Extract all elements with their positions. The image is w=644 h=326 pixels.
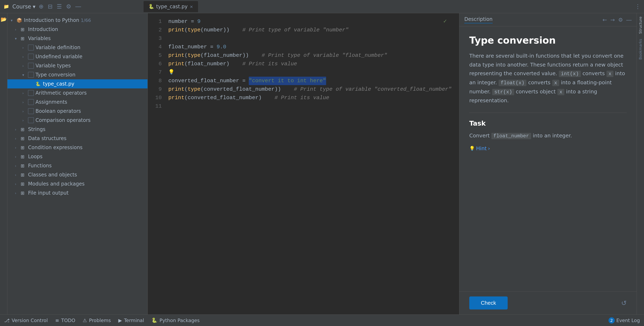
sidebar-item-variables[interactable]: ▾ ⊞ Variables	[8, 34, 148, 43]
x-code-1: x	[606, 71, 614, 77]
line-num-8: 8	[148, 77, 162, 85]
globe-icon[interactable]: ⊕	[39, 3, 44, 10]
minus-icon[interactable]: ―	[75, 3, 81, 10]
expand-arrow-strings: ›	[15, 127, 21, 132]
panel-minimize-icon[interactable]: ―	[626, 17, 632, 23]
editor-content[interactable]: 1 2 3 4 5 6 7 8 9 10 11 number = 9 ✓	[148, 13, 459, 314]
grid-icon: ⊞	[21, 36, 28, 41]
course-dropdown[interactable]: Course ▾	[12, 4, 36, 10]
version-control-item[interactable]: ⎇ Version Control	[4, 318, 48, 323]
sidebar-item-boolean-operators[interactable]: › Boolean operators	[8, 107, 148, 116]
lightbulb-icon[interactable]: 💡	[168, 68, 174, 76]
git-icon: ⎇	[4, 318, 10, 323]
structure-label[interactable]: Structure	[638, 15, 644, 36]
checkbox-comparison-operators[interactable]	[28, 117, 34, 123]
sidebar-item-functions[interactable]: › ⊞ Functions	[8, 161, 148, 170]
line-num-3: 3	[148, 34, 162, 43]
expand-arrow-functions: ›	[15, 164, 21, 168]
sidebar-label-type-cast-py: type_cast.py	[43, 81, 144, 87]
expand-arrow-cond: ›	[15, 145, 21, 150]
code-editor[interactable]: number = 9 ✓ print(type(number)) # Print…	[164, 13, 459, 314]
expand-arrow-type-conversion: ▾	[22, 73, 28, 77]
sidebar-item-intro-to-python[interactable]: ▾ 📦 Introduction to Python 1/66	[8, 16, 148, 25]
float-code: float(x)	[498, 80, 526, 86]
hint-arrow: ›	[488, 145, 490, 151]
checkbox-assignments[interactable]	[28, 99, 34, 105]
right-panel-content: Type conversion There are several built-…	[460, 27, 636, 291]
sidebar-item-type-conversion[interactable]: ▾ Type conversion	[8, 70, 148, 79]
terminal-item[interactable]: ▶ Terminal	[118, 318, 144, 323]
checkbox-variable-types[interactable]	[28, 63, 34, 69]
sidebar-item-strings[interactable]: › ⊞ Strings	[8, 125, 148, 134]
x-code-2: x	[552, 80, 559, 86]
expand-arrow: ▾	[11, 18, 16, 23]
code-line-2: print(type(number)) # Print type of vari…	[168, 26, 455, 34]
task-text-convert: Convert	[469, 133, 490, 139]
check-mark: ✓	[443, 17, 447, 26]
tab-bar: 🐍 type_cast.py ×	[144, 1, 635, 12]
nav-back-icon[interactable]: ←	[602, 17, 607, 23]
expand-arrow-file: ›	[15, 191, 21, 195]
sidebar-item-loops[interactable]: › ⊞ Loops	[8, 152, 148, 161]
active-tab[interactable]: 🐍 type_cast.py ×	[144, 1, 198, 12]
sidebar-item-undefined-variable[interactable]: › Undefined variable	[8, 52, 148, 61]
project-icon-strip[interactable]: 📂	[0, 15, 8, 24]
checkbox-type-conversion[interactable]	[28, 72, 34, 78]
sidebar-item-classes-and-objects[interactable]: › ⊞ Classes and objects	[8, 170, 148, 179]
more-options-icon[interactable]: ⋮	[635, 3, 641, 10]
python-packages-item[interactable]: 🐍 Python Packages	[152, 317, 200, 323]
todo-item[interactable]: ≡ TODO	[55, 318, 75, 323]
task-section: Task Convert float_number into an intege…	[469, 113, 627, 151]
grid-icon: ⊞	[21, 27, 28, 32]
refresh-icon[interactable]: ↺	[621, 299, 627, 307]
expand-arrow-classes: ›	[15, 173, 21, 177]
sidebar-item-variable-definition[interactable]: › Variable definition	[8, 43, 148, 52]
nav-forward-icon[interactable]: →	[610, 17, 615, 23]
python-packages-icon: 🐍	[152, 317, 158, 323]
sidebar-item-arithmetic-operators[interactable]: › Arithmetic operators	[8, 88, 148, 97]
code-line-3	[168, 34, 455, 43]
sidebar-item-variable-types[interactable]: › Variable types	[8, 61, 148, 70]
tab-close-icon[interactable]: ×	[190, 4, 193, 9]
sidebar-item-file-input-output[interactable]: › ⊞ File input output	[8, 188, 148, 198]
description-tab[interactable]: Description	[464, 16, 492, 23]
line-num-6: 6	[148, 60, 162, 68]
version-control-label: Version Control	[12, 318, 48, 323]
problems-item[interactable]: ⚠ Problems	[83, 318, 111, 323]
expand-arrow-empty: ›	[22, 46, 28, 50]
hint-link[interactable]: 💡 Hint ›	[469, 145, 627, 151]
desc-converts-obj: converts object	[516, 89, 557, 95]
problems-label: Problems	[89, 318, 111, 323]
checkbox-variable-definition[interactable]	[28, 45, 34, 50]
checkbox-boolean-operators[interactable]	[28, 108, 34, 114]
project-icon: 📁	[3, 4, 9, 10]
expand-arrow-empty: ›	[22, 64, 28, 68]
sidebar-item-introduction[interactable]: › ⊞ Introduction	[8, 25, 148, 34]
sidebar-item-assignments[interactable]: › Assignments	[8, 97, 148, 107]
sidebar-label-loops: Loops	[28, 154, 144, 159]
sidebar-label-variables: Variables	[28, 36, 144, 41]
desc-converts-2: converts	[528, 80, 552, 86]
bookmarks-label[interactable]: Bookmarks	[638, 37, 644, 61]
grid-icon: ⊞	[21, 145, 28, 150]
settings-icon[interactable]: ⚙	[66, 3, 71, 10]
expand-arrow-empty: ›	[22, 109, 28, 113]
checkbox-undefined-variable[interactable]	[28, 54, 34, 60]
terminal-label: Terminal	[124, 318, 144, 323]
sidebar-item-condition-expressions[interactable]: › ⊞ Condition expressions	[8, 143, 148, 152]
todo-label: TODO	[61, 318, 75, 323]
list-icon[interactable]: ☰	[57, 3, 62, 10]
sidebar-item-modules-and-packages[interactable]: › ⊞ Modules and packages	[8, 179, 148, 188]
checkbox-arithmetic-operators[interactable]	[28, 90, 34, 96]
panel-settings-icon[interactable]: ⚙	[618, 17, 623, 23]
layout-icon[interactable]: ⊟	[48, 3, 52, 10]
right-panel: Description ← → ⚙ ― Type conversion Ther…	[459, 13, 636, 314]
grid-icon: ⊞	[21, 163, 28, 168]
sidebar-item-type-cast-py[interactable]: 🐍 type_cast.py	[8, 79, 148, 88]
task-float-code: float_number	[491, 133, 531, 139]
x-code-3: x	[557, 89, 564, 95]
sidebar-item-comparison-operators[interactable]: › Comparison operators	[8, 116, 148, 125]
check-button[interactable]: Check	[469, 296, 508, 309]
sidebar-item-data-structures[interactable]: › ⊞ Data structures	[8, 134, 148, 143]
expand-arrow-empty: ›	[22, 91, 28, 95]
